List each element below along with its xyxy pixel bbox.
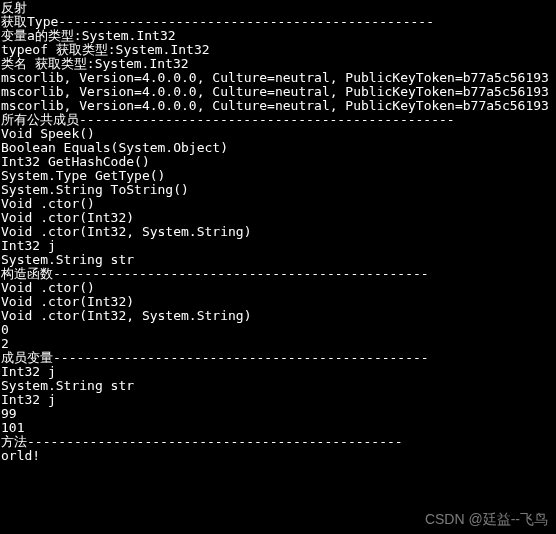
console-line: Boolean Equals(System.Object) — [1, 141, 556, 155]
console-line: 反射 — [1, 1, 556, 15]
console-line: 99 — [1, 407, 556, 421]
console-line: mscorlib, Version=4.0.0.0, Culture=neutr… — [1, 85, 556, 99]
console-line: Int32 j — [1, 393, 556, 407]
console-line: Int32 GetHashCode() — [1, 155, 556, 169]
watermark-text: CSDN @廷益--飞鸟 — [425, 512, 548, 526]
console-line: 0 — [1, 323, 556, 337]
console-output: 反射获取Type--------------------------------… — [1, 1, 556, 463]
console-line: 获取Type----------------------------------… — [1, 15, 556, 29]
console-line: Void .ctor(Int32) — [1, 211, 556, 225]
console-line: Int32 j — [1, 365, 556, 379]
console-line: System.String str — [1, 253, 556, 267]
console-line: Int32 j — [1, 239, 556, 253]
console-line: Void Speek() — [1, 127, 556, 141]
console-line: orld! — [1, 449, 556, 463]
console-line: mscorlib, Version=4.0.0.0, Culture=neutr… — [1, 99, 556, 113]
console-line: typeof 获取类型:System.Int32 — [1, 43, 556, 57]
console-line: 成员变量------------------------------------… — [1, 351, 556, 365]
console-line: 变量a的类型:System.Int32 — [1, 29, 556, 43]
console-line: 2 — [1, 337, 556, 351]
console-line: Void .ctor() — [1, 281, 556, 295]
console-line: 类名 获取类型:System.Int32 — [1, 57, 556, 71]
console-line: Void .ctor(Int32, System.String) — [1, 225, 556, 239]
console-line: Void .ctor(Int32, System.String) — [1, 309, 556, 323]
console-line: System.Type GetType() — [1, 169, 556, 183]
console-line: 构造函数------------------------------------… — [1, 267, 556, 281]
console-line: 101 — [1, 421, 556, 435]
console-line: mscorlib, Version=4.0.0.0, Culture=neutr… — [1, 71, 556, 85]
console-line: Void .ctor(Int32) — [1, 295, 556, 309]
console-line: 所有公共成员----------------------------------… — [1, 113, 556, 127]
console-line: 方法--------------------------------------… — [1, 435, 556, 449]
console-line: Void .ctor() — [1, 197, 556, 211]
console-line: System.String ToString() — [1, 183, 556, 197]
console-line: System.String str — [1, 379, 556, 393]
